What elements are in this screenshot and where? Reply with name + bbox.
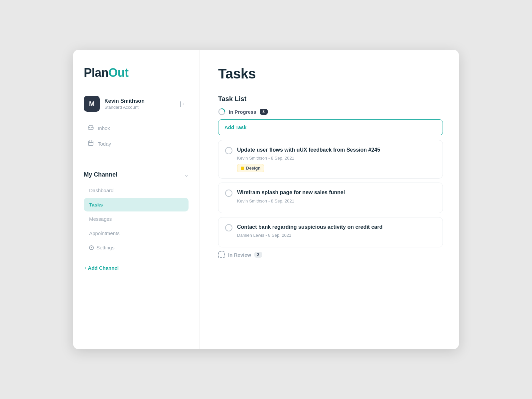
task-card-1: Update user flows with uUX feedback from…: [218, 140, 443, 179]
task-checkbox-2[interactable]: [225, 190, 232, 197]
page-title: Tasks: [218, 66, 443, 82]
in-review-count: 2: [254, 252, 262, 258]
today-label: Today: [98, 141, 111, 147]
user-info: M Kevin Smithson Standard Account: [84, 96, 145, 112]
nav-item-inbox[interactable]: Inbox: [84, 121, 189, 135]
divider: [84, 163, 189, 163]
task-title-3: Contact bank regarding suspicious activi…: [237, 223, 436, 231]
sidebar: PlanOut M Kevin Smithson Standard Accoun…: [73, 50, 200, 349]
add-task-bar[interactable]: Add Task: [218, 119, 443, 135]
svg-rect-0: [88, 141, 93, 146]
in-progress-icon: [218, 108, 225, 115]
in-progress-header: In Progress 3: [218, 108, 443, 115]
task-info-2: Wirefram splash page for new sales funne…: [237, 189, 436, 206]
task-card-3: Contact bank regarding suspicious activi…: [218, 217, 443, 247]
app-window: PlanOut M Kevin Smithson Standard Accoun…: [73, 50, 459, 349]
in-review-icon: [218, 251, 225, 258]
task-meta-1: Kevin Smithson - 8 Sep, 2021: [237, 156, 436, 161]
task-title-1: Update user flows with uUX feedback from…: [237, 146, 436, 154]
task-info-1: Update user flows with uUX feedback from…: [237, 146, 436, 172]
chevron-down-icon[interactable]: ⌄: [184, 172, 189, 178]
sidebar-item-dashboard[interactable]: Dashboard: [84, 184, 189, 197]
settings-icon: [89, 245, 94, 250]
task-list-label: Task List: [218, 95, 443, 103]
today-icon: [88, 140, 94, 148]
nav-item-today[interactable]: Today: [84, 137, 189, 151]
task-meta-2: Kevin Smithson - 8 Sep, 2021: [237, 199, 436, 203]
channel-title: My Channel: [84, 171, 117, 178]
task-info-3: Contact bank regarding suspicious activi…: [237, 223, 436, 241]
add-channel-button[interactable]: + Add Channel: [84, 265, 189, 271]
add-channel-label: + Add Channel: [84, 265, 119, 271]
channel-header: My Channel ⌄: [84, 171, 189, 178]
task-card-2: Wirefram splash page for new sales funne…: [218, 183, 443, 213]
logo: PlanOut: [84, 66, 189, 80]
task-meta-3: Damien Lewis - 8 Sep, 2021: [237, 233, 436, 238]
user-section: M Kevin Smithson Standard Account |←: [84, 96, 189, 112]
tag-label-1: Design: [246, 166, 260, 171]
task-card-header-2: Wirefram splash page for new sales funne…: [225, 189, 436, 206]
in-review-header: In Review 2: [218, 251, 443, 258]
logo-out: Out: [108, 66, 128, 79]
task-card-header-1: Update user flows with uUX feedback from…: [225, 146, 436, 172]
sidebar-item-messages[interactable]: Messages: [84, 212, 189, 226]
in-progress-label: In Progress: [229, 109, 256, 115]
avatar: M: [84, 96, 100, 112]
in-review-label: In Review: [228, 252, 251, 258]
logo-plan: Plan: [84, 66, 108, 79]
top-nav: Inbox Today: [84, 121, 189, 151]
task-checkbox-3[interactable]: [225, 224, 232, 231]
main-content: Tasks Task List In Progress 3 Add Task U…: [200, 50, 459, 349]
user-name: Kevin Smithson: [104, 98, 145, 104]
task-title-2: Wirefram splash page for new sales funne…: [237, 189, 436, 196]
collapse-button[interactable]: |←: [178, 99, 189, 109]
channel-nav: Dashboard Tasks Messages Appointments Se…: [84, 184, 189, 254]
sidebar-item-settings[interactable]: Settings: [84, 241, 189, 254]
task-checkbox-1[interactable]: [225, 147, 232, 154]
inbox-icon: [88, 124, 94, 132]
sidebar-item-tasks[interactable]: Tasks: [84, 198, 189, 211]
in-progress-count: 3: [260, 109, 268, 115]
task-tag-1: Design: [237, 164, 264, 172]
task-card-header-3: Contact bank regarding suspicious activi…: [225, 223, 436, 241]
user-details: Kevin Smithson Standard Account: [104, 98, 145, 110]
user-role: Standard Account: [104, 105, 145, 110]
tag-dot-1: [241, 167, 244, 170]
sidebar-item-appointments[interactable]: Appointments: [84, 226, 189, 240]
add-task-label: Add Task: [224, 124, 246, 130]
inbox-label: Inbox: [98, 125, 110, 131]
